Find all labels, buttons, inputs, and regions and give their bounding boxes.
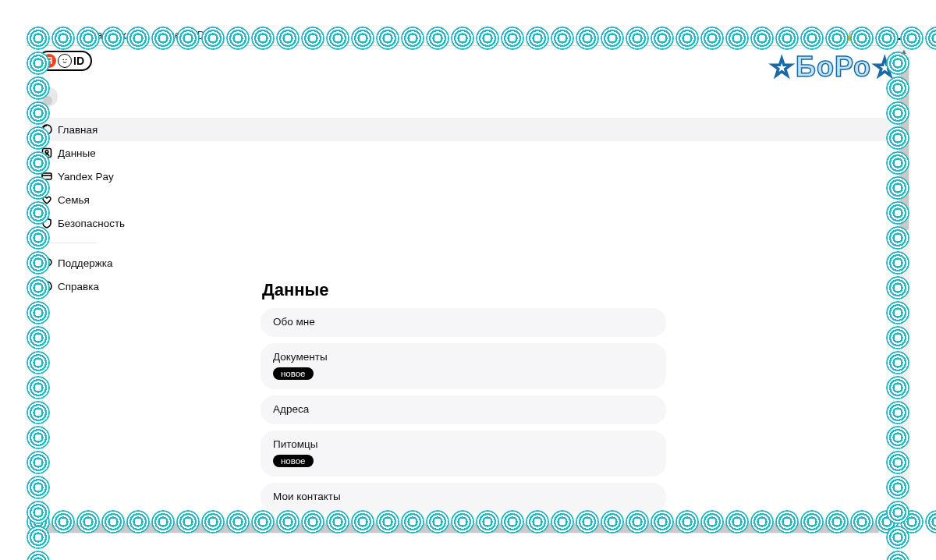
scroll-up-icon[interactable]: ▲: [899, 46, 909, 57]
scroll-right-icon[interactable]: ▶: [888, 523, 899, 533]
sidebar-item-support[interactable]: Поддержка: [30, 251, 906, 275]
address-separator: ·: [145, 29, 148, 41]
list-item[interactable]: Питомцыновое: [261, 431, 666, 477]
svg-point-7: [46, 289, 47, 289]
sidebar-item-label: Данные: [58, 147, 96, 159]
horizontal-scrollbar[interactable]: ◀ ▶: [27, 523, 899, 533]
new-badge: новое: [273, 367, 314, 380]
list-item[interactable]: Мои контакты: [261, 483, 666, 512]
card-icon: [41, 170, 53, 183]
scroll-down-icon[interactable]: ▼: [899, 512, 909, 523]
sidebar-item-yandex-pay[interactable]: Yandex Pay: [30, 165, 906, 188]
yandex-id-logo[interactable]: Я ID: [37, 51, 92, 71]
user-card-icon: [41, 147, 53, 159]
sidebar-divider: [50, 243, 97, 243]
help-icon: [41, 280, 53, 292]
browser-bar: id.yandex.ru · Яндекс ID 🔒: [27, 26, 909, 44]
chat-icon: [41, 257, 53, 269]
heart-icon: [41, 193, 53, 206]
sidebar-item-home[interactable]: Главная: [30, 118, 906, 141]
address-host: id.yandex.ru: [80, 29, 139, 41]
svg-point-0: [62, 59, 64, 61]
star-icon: ☆: [770, 51, 794, 83]
watermark: ☆ БоРо ☆: [770, 51, 902, 83]
sidebar-item-label: Yandex Pay: [58, 171, 114, 183]
list-item[interactable]: Адреса: [261, 395, 666, 424]
vertical-scrollbar[interactable]: ▲ ▼: [899, 46, 909, 523]
avatar[interactable]: [37, 87, 58, 107]
scrollbar-thumb[interactable]: [37, 523, 879, 533]
shield-icon: [41, 217, 53, 229]
scrollbar-thumb[interactable]: [899, 57, 909, 230]
list-item-title: Питомцы: [273, 438, 654, 450]
sidebar: Главная Данные Yandex Pay Семья Безопасн…: [27, 118, 909, 298]
id-text: ID: [73, 55, 84, 67]
page-viewport: Я ID ☆ БоРо ☆ Главная Данные Yandex Pay: [27, 45, 909, 533]
list-item[interactable]: Документыновое: [261, 343, 666, 389]
new-badge: новое: [273, 455, 314, 467]
list-item-title: Мои контакты: [273, 491, 654, 502]
sidebar-item-label: Поддержка: [58, 257, 112, 269]
sidebar-item-family[interactable]: Семья: [30, 188, 906, 211]
main-content: Данные Обо мнеДокументыновоеАдресаПитомц…: [261, 280, 897, 533]
list-item-title: Обо мне: [273, 316, 654, 328]
home-icon: [41, 123, 53, 136]
list-item-title: Адреса: [273, 403, 654, 415]
sidebar-item-security[interactable]: Безопасность: [30, 211, 906, 235]
svg-point-4: [45, 151, 48, 154]
svg-rect-5: [42, 173, 51, 179]
svg-point-1: [66, 59, 67, 61]
list-item[interactable]: Обо мне: [261, 308, 666, 337]
watermark-text: БоРо: [796, 51, 871, 83]
address-bar[interactable]: id.yandex.ru · Яндекс ID: [80, 29, 205, 41]
scroll-left-icon[interactable]: ◀: [27, 523, 37, 533]
lock-icon: 🔒: [846, 30, 858, 41]
sidebar-item-label: Безопасность: [58, 218, 125, 229]
list-item-title: Документы: [273, 351, 654, 363]
minimize-icon[interactable]: [889, 38, 903, 40]
sidebar-item-label: Справка: [58, 281, 99, 292]
reload-icon[interactable]: [56, 29, 69, 41]
sidebar-item-label: Главная: [58, 124, 98, 136]
ya-glyph-icon: Я: [42, 54, 56, 68]
address-title: Яндекс ID: [154, 29, 205, 41]
sidebar-item-data[interactable]: Данные: [30, 141, 906, 165]
sidebar-item-label: Семья: [58, 194, 90, 206]
smile-icon: [58, 54, 72, 68]
section-title: Данные: [262, 280, 897, 300]
star-icon: ☆: [873, 51, 897, 83]
back-icon[interactable]: [33, 29, 45, 41]
